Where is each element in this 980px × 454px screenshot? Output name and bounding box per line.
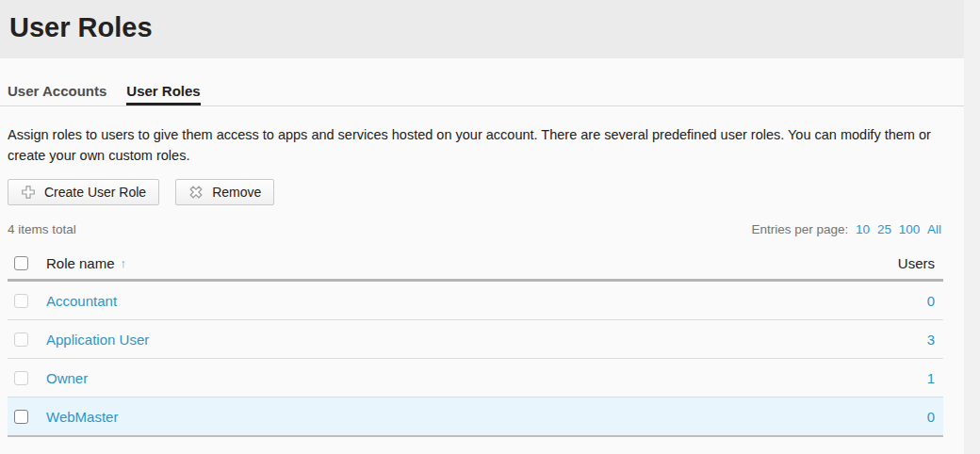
x-icon (188, 185, 204, 200)
tab-user-roles[interactable]: User Roles (126, 83, 200, 105)
row-checkbox[interactable] (14, 332, 28, 347)
page-description: Assign roles to users to give them acces… (8, 124, 951, 166)
tab-user-accounts[interactable]: User Accounts (8, 83, 106, 105)
users-count-link[interactable]: 0 (927, 293, 943, 309)
role-link[interactable]: Accountant (46, 293, 117, 309)
tab-bar: User Accounts User Roles (0, 58, 964, 106)
row-checkbox[interactable] (14, 410, 28, 424)
table-row: WebMaster 0 (8, 397, 943, 437)
column-header-role-name[interactable]: Role name ↑ (46, 255, 126, 271)
roles-table: Role name ↑ Users Accountant 0 Applicati… (8, 248, 943, 437)
list-meta: 4 items total Entries per page: 10 25 10… (0, 222, 964, 236)
remove-button[interactable]: Remove (175, 179, 274, 205)
remove-label: Remove (212, 185, 261, 200)
row-checkbox[interactable] (14, 371, 28, 385)
entries-per-page-label: Entries per page: (752, 222, 849, 236)
table-row: Accountant 0 (8, 282, 943, 320)
page-size-100[interactable]: 100 (899, 222, 921, 236)
table-row: Owner 1 (8, 359, 943, 397)
create-user-role-button[interactable]: Create User Role (8, 179, 159, 205)
sort-ascending-icon: ↑ (121, 256, 127, 270)
table-header-row: Role name ↑ Users (8, 248, 943, 282)
users-count-link[interactable]: 1 (927, 370, 943, 386)
items-total: 4 items total (8, 222, 76, 236)
role-link[interactable]: WebMaster (46, 409, 118, 425)
user-roles-page: User Roles User Accounts User Roles Assi… (0, 0, 964, 454)
page-size-all[interactable]: All (927, 222, 941, 236)
plus-icon (21, 185, 36, 200)
column-header-users: Users (898, 255, 943, 271)
toolbar: Create User Role Remove (8, 179, 964, 205)
page-size-25[interactable]: 25 (877, 222, 891, 236)
role-link[interactable]: Owner (46, 370, 88, 386)
row-checkbox[interactable] (14, 294, 28, 308)
role-link[interactable]: Application User (46, 332, 149, 348)
select-all-checkbox[interactable] (14, 256, 28, 270)
users-count-link[interactable]: 3 (927, 332, 943, 348)
users-count-link[interactable]: 0 (927, 409, 943, 425)
table-row: Application User 3 (8, 320, 943, 359)
page-header: User Roles (0, 0, 964, 58)
page-size-10[interactable]: 10 (856, 222, 870, 236)
page-title: User Roles (9, 12, 964, 43)
create-user-role-label: Create User Role (44, 185, 146, 200)
entries-per-page: Entries per page: 10 25 100 All (752, 222, 941, 236)
